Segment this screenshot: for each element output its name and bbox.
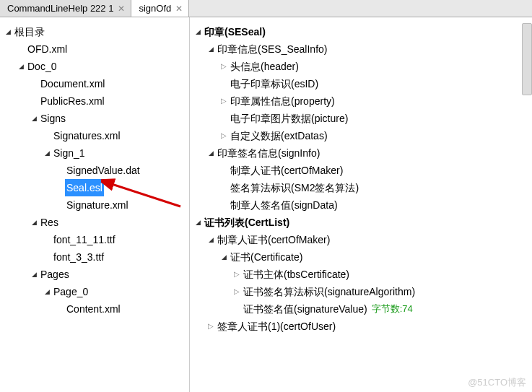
tree-item-label: 自定义数据(extDatas) <box>229 127 329 144</box>
close-icon[interactable]: ✕ <box>118 4 125 14</box>
tree-item-label: 证书签名算法标识(signatureAlgorithm) <box>242 283 417 300</box>
tree-item-label: Page_0 <box>52 283 90 300</box>
tree-item-label: Signature.xml <box>65 196 130 214</box>
tree-item-label: 制章人签名值(signData) <box>229 196 339 214</box>
left-tree-row[interactable]: PublicRes.xml <box>3 92 186 110</box>
tree-item-label: Seal.esl <box>65 179 104 196</box>
close-icon[interactable]: ✕ <box>175 4 183 14</box>
byte-count-label: 字节数:74 <box>372 300 413 318</box>
left-tree-row[interactable]: SignedValue.dat <box>3 162 186 179</box>
left-tree-row[interactable]: font_11_11.ttf <box>3 231 186 248</box>
right-tree-row[interactable]: 制章人证书(certOfMaker) <box>193 231 529 248</box>
tree-item-label: 印章信息(SES_SealInfo) <box>216 40 329 58</box>
right-tree-row[interactable]: 印章属性信息(property) <box>193 92 529 110</box>
chevron-down-icon[interactable] <box>3 23 13 40</box>
tree-item-label: Pages <box>39 266 71 283</box>
left-tree-row[interactable]: Seal.esl <box>3 179 186 196</box>
chevron-down-icon[interactable] <box>29 110 39 127</box>
tab-bar: CommandLineHelp 222 1 ✕ signOfd ✕ <box>0 0 532 17</box>
tree-item-label: Doc_0 <box>26 58 58 75</box>
left-tree-row[interactable]: Res <box>3 214 186 231</box>
tree-item-label: Document.xml <box>39 75 106 92</box>
tree-item-label: 印章签名信息(signInfo) <box>216 144 321 162</box>
chevron-right-icon[interactable] <box>219 58 229 75</box>
tree-item-label: Signs <box>39 110 67 127</box>
tree-item-label: Sign_1 <box>52 144 87 162</box>
chevron-down-icon[interactable] <box>16 58 26 75</box>
left-tree-row[interactable]: Signature.xml <box>3 196 186 214</box>
right-tree-row[interactable]: 证书列表(CertList) <box>193 214 529 231</box>
chevron-down-icon[interactable] <box>29 214 39 231</box>
left-tree-row[interactable]: 根目录 <box>3 23 186 40</box>
tree-item-label: 证书(Certificate) <box>229 248 304 266</box>
chevron-down-icon[interactable] <box>193 214 203 231</box>
chevron-down-icon[interactable] <box>29 266 39 283</box>
chevron-right-icon[interactable] <box>232 266 242 283</box>
watermark: @51CTO博客 <box>468 376 526 389</box>
tree-item-label: 印章(SESeal) <box>203 23 267 40</box>
tab-label: signOfd <box>139 3 171 14</box>
right-tree-row[interactable]: 证书签名值(signatureValue)字节数:74 <box>193 300 529 318</box>
tree-item-label: 根目录 <box>13 23 46 40</box>
tree-item-label: font_11_11.ttf <box>52 231 117 248</box>
right-tree-row[interactable]: 签名算法标识(SM2签名算法) <box>193 179 529 196</box>
right-tree-row[interactable]: 电子印章图片数据(picture) <box>193 110 529 127</box>
chevron-right-icon[interactable] <box>219 92 229 110</box>
right-tree-row[interactable]: 证书主体(tbsCertificate) <box>193 266 529 283</box>
tree-item-label: Signatures.xml <box>52 127 122 144</box>
right-tree-row[interactable]: 头信息(header) <box>193 58 529 75</box>
chevron-right-icon[interactable] <box>206 318 216 335</box>
tree-item-label: PublicRes.xml <box>39 92 106 110</box>
right-tree-row[interactable]: 制章人证书(certOfMaker) <box>193 162 529 179</box>
chevron-down-icon[interactable] <box>206 231 216 248</box>
tree-item-label: OFD.xml <box>26 40 69 58</box>
right-tree-row[interactable]: 电子印章标识(esID) <box>193 75 529 92</box>
right-tree-row[interactable]: 证书(Certificate) <box>193 248 529 266</box>
right-tree-row[interactable]: 签章人证书(1)(certOfUser) <box>193 318 529 335</box>
tree-item-label: 签名算法标识(SM2签名算法) <box>229 179 360 196</box>
right-tree-row[interactable]: 印章签名信息(signInfo) <box>193 144 529 162</box>
left-tree-row[interactable]: Doc_0 <box>3 58 186 75</box>
tree-item-label: 签章人证书(1)(certOfUser) <box>216 318 337 335</box>
tab-commandlinehelp[interactable]: CommandLineHelp 222 1 ✕ <box>0 0 131 17</box>
right-tree-row[interactable]: 证书签名算法标识(signatureAlgorithm) <box>193 283 529 300</box>
left-tree-row[interactable]: Signs <box>3 110 186 127</box>
left-tree-row[interactable]: font_3_3.ttf <box>3 248 186 266</box>
left-tree-row[interactable]: Page_0 <box>3 283 186 300</box>
tree-item-label: 证书签名值(signatureValue) <box>242 300 369 318</box>
left-tree-row[interactable]: Signatures.xml <box>3 127 186 144</box>
tree-item-label: Res <box>39 214 60 231</box>
tree-item-label: Content.xml <box>65 300 122 318</box>
tree-item-label: 印章属性信息(property) <box>229 92 336 110</box>
chevron-down-icon[interactable] <box>206 144 216 162</box>
right-tree-row[interactable]: 印章(SESeal) <box>193 23 529 40</box>
tree-item-label: 制章人证书(certOfMaker) <box>229 162 344 179</box>
scrollbar[interactable] <box>522 23 532 95</box>
tree-item-label: 证书主体(tbsCertificate) <box>242 266 351 283</box>
left-tree-row[interactable]: Document.xml <box>3 75 186 92</box>
chevron-down-icon[interactable] <box>42 144 52 162</box>
tree-item-label: 头信息(header) <box>229 58 300 75</box>
chevron-down-icon[interactable] <box>219 248 229 266</box>
tree-item-label: 证书列表(CertList) <box>203 214 291 231</box>
chevron-down-icon[interactable] <box>42 283 52 300</box>
right-tree-row[interactable]: 自定义数据(extDatas) <box>193 127 529 144</box>
main-panes: 根目录OFD.xmlDoc_0Document.xmlPublicRes.xml… <box>0 17 532 392</box>
tree-item-label: font_3_3.ttf <box>52 248 105 266</box>
left-tree-row[interactable]: Pages <box>3 266 186 283</box>
right-tree-row[interactable]: 制章人签名值(signData) <box>193 196 529 214</box>
right-tree-row[interactable]: 印章信息(SES_SealInfo) <box>193 40 529 58</box>
chevron-down-icon[interactable] <box>206 40 216 58</box>
tree-item-label: 电子印章标识(esID) <box>229 75 320 92</box>
left-tree-row[interactable]: OFD.xml <box>3 40 186 58</box>
chevron-right-icon[interactable] <box>219 127 229 144</box>
left-tree-row[interactable]: Sign_1 <box>3 144 186 162</box>
file-tree-pane: 根目录OFD.xmlDoc_0Document.xmlPublicRes.xml… <box>0 17 190 392</box>
tree-item-label: SignedValue.dat <box>65 162 141 179</box>
left-tree-row[interactable]: Content.xml <box>3 300 186 318</box>
tab-signofd[interactable]: signOfd ✕ <box>131 0 189 17</box>
tree-item-label: 制章人证书(certOfMaker) <box>216 231 331 248</box>
chevron-right-icon[interactable] <box>232 283 242 300</box>
tree-item-label: 电子印章图片数据(picture) <box>229 110 349 127</box>
chevron-down-icon[interactable] <box>193 23 203 40</box>
